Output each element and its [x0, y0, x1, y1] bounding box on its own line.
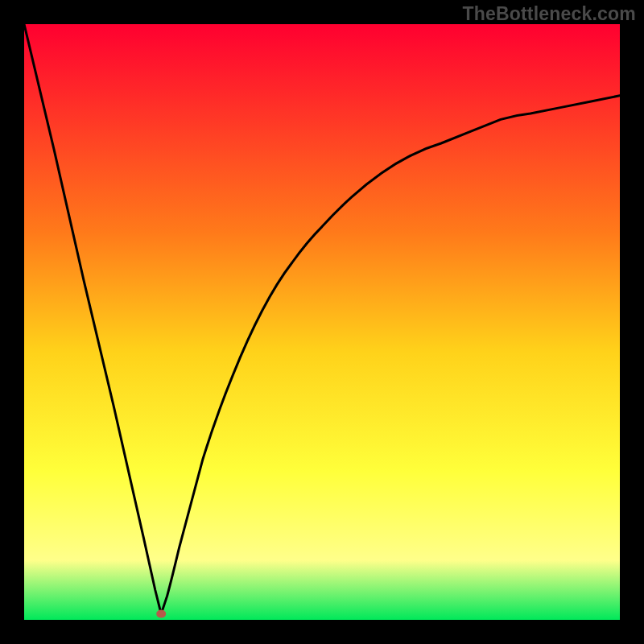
- minimum-marker: [156, 610, 166, 618]
- bottleneck-chart: [24, 24, 620, 620]
- watermark-text: TheBottleneck.com: [462, 3, 636, 25]
- chart-frame: TheBottleneck.com: [0, 0, 644, 644]
